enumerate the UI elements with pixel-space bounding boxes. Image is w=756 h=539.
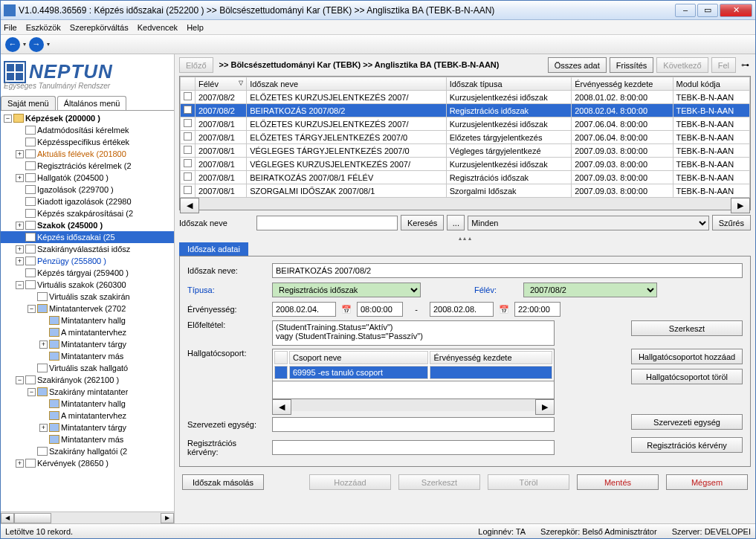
group-grid[interactable]: Csoport neveÉrvényesség kezdete69995 -es… (272, 349, 555, 381)
table-row[interactable]: 2007/08/2ELŐZETES KURZUSJELENTKEZÉS 2007… (181, 91, 750, 104)
tree-item[interactable]: +Szakirányválasztási idősz (1, 243, 174, 255)
nav-back-icon[interactable]: ← (5, 37, 20, 52)
field-regreq[interactable] (272, 440, 555, 455)
field-precondition[interactable]: (StudentTraining.Status="Aktív")vagy (St… (272, 320, 555, 346)
tab-general-menu[interactable]: Általános menü (57, 96, 127, 110)
table-row[interactable]: 69995 -es tanuló csoport (274, 366, 552, 379)
nav-forward-drop[interactable]: ▾ (47, 41, 50, 48)
tree-item[interactable]: +Kérvények (28650 ) (1, 457, 174, 469)
search-filter-combo[interactable]: Minden (468, 216, 708, 230)
org-button[interactable]: Szervezeti egység (631, 414, 743, 430)
tree-item[interactable]: Képzés szakpárosításai (2 (1, 207, 174, 219)
minimize-button[interactable]: – (675, 4, 696, 17)
tree-item[interactable]: +Szakok (245000 ) (1, 219, 174, 231)
menu-help[interactable]: Help (187, 23, 204, 32)
tree-item[interactable]: −Virtuális szakok (260300 (1, 279, 174, 291)
copy-period-button[interactable]: Időszak másolás (182, 474, 264, 490)
tree-item[interactable]: Mintatanterv más (1, 350, 174, 362)
search-more-button[interactable]: ... (447, 215, 465, 230)
tree-item[interactable]: Regisztrációs kérelmek (2 (1, 160, 174, 172)
tree-item[interactable]: −Szakirány mintatanter (1, 386, 174, 398)
table-row[interactable]: 2007/08/2BEIRATKOZÁS 2007/08/2Regisztrác… (181, 104, 750, 117)
tree-item[interactable]: +Hallgatók (204500 ) (1, 172, 174, 184)
alldata-button[interactable]: Összes adat (548, 57, 607, 73)
tree-item[interactable]: −Szakirányok (262100 ) (1, 374, 174, 386)
up-button[interactable]: Fel (711, 57, 736, 73)
field-semester[interactable]: 2007/08/2 (523, 283, 657, 297)
tree-item[interactable]: +Mintatanterv tárgy (1, 338, 174, 350)
tree-item[interactable]: Mintatanterv hallg (1, 398, 174, 410)
tree-item[interactable]: Adatmódosítási kérelmek (1, 124, 174, 136)
table-row[interactable]: 2007/08/1ELŐZETES KURZUSJELENTKEZÉS 2007… (181, 117, 750, 131)
filter-button[interactable]: Szűrés (712, 215, 751, 230)
next-button[interactable]: Következő (656, 57, 708, 73)
field-valid-from-time[interactable] (357, 302, 403, 317)
left-tabs: Saját menü Általános menü (1, 96, 174, 111)
menu-file[interactable]: File (4, 23, 17, 32)
tree-item[interactable]: Mintatanterv más (1, 433, 174, 445)
field-type[interactable]: Regisztrációs időszak (272, 283, 421, 297)
scroll-thumb[interactable] (14, 513, 51, 523)
cancel-button[interactable]: Mégsem (666, 474, 748, 490)
tree-item[interactable]: Kiadott igazolások (22980 (1, 196, 174, 207)
field-valid-to-time[interactable] (514, 302, 560, 317)
tree-hscroll[interactable]: ◀ ▶ (1, 511, 174, 523)
scroll-right-icon[interactable]: ▶ (161, 513, 174, 523)
menu-tools[interactable]: Eszközök (26, 23, 61, 32)
field-org[interactable] (272, 417, 555, 432)
tree-item[interactable]: Szakirány hallgatói (2 (1, 445, 174, 457)
regreq-button[interactable]: Regisztrációs kérvény (631, 437, 743, 453)
prev-button[interactable]: Előző (179, 57, 213, 73)
scroll-left-icon[interactable]: ◀ (1, 513, 14, 523)
edit-button[interactable]: Szerkeszt (398, 474, 480, 490)
tree-item[interactable]: Virtuális szak hallgató (1, 362, 174, 374)
tree-item[interactable]: +Pénzügy (255800 ) (1, 255, 174, 267)
tree-item[interactable]: A mintatantervhez (1, 410, 174, 422)
splitter[interactable]: ▴ ▴ ▴ (175, 235, 755, 241)
search-button[interactable]: Keresés (401, 215, 444, 230)
table-row[interactable]: 2007/08/1VÉGLEGES KURZUSJELENTKEZÉS 2007… (181, 158, 750, 171)
pin-icon[interactable]: ⊶ (739, 60, 751, 70)
nav-forward-icon[interactable]: → (29, 37, 44, 52)
delete-button[interactable]: Töröl (488, 474, 569, 490)
tab-period-data[interactable]: Időszak adatai (179, 242, 248, 256)
tree-item[interactable]: A mintatantervhez (1, 326, 174, 338)
delete-group-button[interactable]: Hallgatócsoportot töröl (631, 369, 743, 384)
save-button[interactable]: Mentés (577, 474, 659, 490)
refresh-button[interactable]: Frissítés (610, 57, 654, 73)
tab-own-menu[interactable]: Saját menü (1, 96, 56, 110)
nav-tree[interactable]: −Képzések (200000 )Adatmódosítási kérelm… (1, 111, 174, 511)
breadcrumb: >> Bölcsészettudományi Kar (TEBK) >> Ang… (216, 60, 545, 70)
tree-item[interactable]: Képzésspecifikus értékek (1, 136, 174, 148)
subgrid-scroll-left-icon[interactable]: ◀ (272, 399, 291, 415)
table-row[interactable]: 2007/08/1VÉGLEGES TÁRGYJELENTKEZÉS 2007/… (181, 144, 750, 158)
tree-item[interactable]: Virtuális szak szakirán (1, 291, 174, 303)
field-period-name[interactable] (272, 263, 743, 278)
field-valid-to-date[interactable] (430, 302, 494, 317)
tree-item[interactable]: +Mintatanterv tárgy (1, 422, 174, 433)
add-group-button[interactable]: Hallgatócsoportot hozzáad (631, 349, 743, 364)
tree-item[interactable]: Mintatanterv hallg (1, 314, 174, 326)
tree-item[interactable]: Képzés tárgyai (259400 ) (1, 267, 174, 279)
table-row[interactable]: 2007/08/1BEIRATKOZÁS 2007/08/1 FÉLÉVRegi… (181, 171, 750, 184)
menu-favorites[interactable]: Kedvencek (138, 23, 178, 32)
calendar-icon[interactable]: 📅 (498, 305, 510, 314)
calendar-icon[interactable]: 📅 (340, 305, 352, 314)
tree-item[interactable]: Képzés időszakai (25 (1, 231, 174, 243)
main-grid[interactable]: Félév▽Időszak neveIdőszak típusaÉrvényes… (179, 76, 751, 210)
maximize-button[interactable]: ▭ (697, 4, 718, 17)
close-button[interactable]: ✕ (720, 4, 752, 17)
tree-item[interactable]: −Mintatantervek (2702 (1, 303, 174, 314)
tree-item[interactable]: Igazolások (229700 ) (1, 184, 174, 196)
field-valid-from-date[interactable] (272, 302, 336, 317)
subgrid-scroll-right-icon[interactable]: ▶ (535, 399, 555, 415)
tree-item[interactable]: +Aktuális félévek (201800 (1, 148, 174, 160)
table-row[interactable]: 2007/08/1ELŐZETES TÁRGYJELENTKEZÉS 2007/… (181, 131, 750, 144)
menu-roleswitch[interactable]: Szerepkörváltás (70, 23, 129, 32)
add-button[interactable]: Hozzáad (309, 474, 391, 490)
nav-back-drop[interactable]: ▾ (23, 41, 26, 48)
table-row[interactable]: 2007/08/1SZORGALMI IDŐSZAK 2007/08/1Szor… (181, 184, 750, 198)
edit-precondition-button[interactable]: Szerkeszt (631, 320, 743, 336)
search-input[interactable] (256, 216, 398, 230)
tree-item[interactable]: −Képzések (200000 ) (1, 112, 174, 124)
